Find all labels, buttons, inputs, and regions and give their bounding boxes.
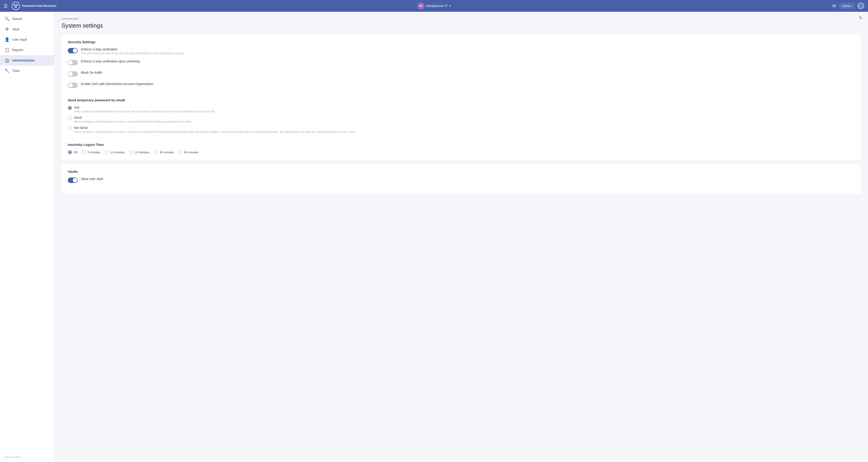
toggle-block-tor[interactable]: [68, 71, 78, 76]
inactivity-option-10min[interactable]: 10 minutes: [105, 150, 125, 154]
breadcrumb-parent[interactable]: Administration: [61, 17, 79, 20]
admin-button[interactable]: Admin: [839, 3, 855, 9]
sidebar-item-label-user-vault: User Vault: [12, 38, 27, 41]
sidebar-item-search[interactable]: 🔍 Search: [0, 13, 54, 24]
security-settings-title: Security Settings: [68, 40, 855, 44]
sidebar: 🔍 Search⚙ Vault👤 User Vault📋 Reports🏢 Ad…: [0, 12, 54, 462]
sidebar-item-label-vault: Vault: [12, 27, 19, 31]
header-left: ☰ Password Hub Business: [4, 2, 57, 10]
sidebar-item-tools[interactable]: 🔧 Tools: [0, 66, 54, 76]
inactivity-option-off[interactable]: Off: [68, 150, 77, 154]
radio-text-not-send: Not Send When creating a new Devolutions…: [74, 126, 356, 133]
toggle-enable-sso[interactable]: [68, 83, 78, 88]
tools-icon: 🔧: [4, 68, 9, 73]
app-body: 🔍 Search⚙ Vault👤 User Vault📋 Reports🏢 Ad…: [0, 12, 868, 462]
radio-label-send: Send: [74, 116, 191, 119]
temp-password-title: Send temporary password by email: [68, 98, 855, 102]
radio-desc-ask: When creating a new Devolutions Account,…: [74, 110, 215, 113]
org-name: Windjammer IT: [426, 4, 448, 8]
hamburger-icon[interactable]: ☰: [4, 3, 8, 9]
inactivity-option-15min[interactable]: 15 minutes: [129, 150, 149, 154]
inactivity-label-10min: 10 minutes: [110, 151, 125, 154]
mail-icon[interactable]: ✉: [832, 3, 836, 9]
sidebar-nav: 🔍 Search⚙ Vault👤 User Vault📋 Reports🏢 Ad…: [0, 13, 54, 452]
sidebar-item-label-tools: Tools: [12, 69, 20, 72]
inactivity-title: Inactivity Logout Time: [68, 143, 855, 147]
header: ☰ Password Hub Business WI Windjammer IT…: [0, 0, 868, 12]
vault-toggle-allow-user-vault[interactable]: [68, 178, 78, 183]
app-title: Password Hub Business: [22, 4, 57, 8]
toggle-wrap-enforce-2step-unlock: [68, 60, 78, 66]
security-settings-section: Security Settings Enforce 2-step verific…: [61, 35, 861, 160]
radio-send[interactable]: [68, 116, 72, 120]
sidebar-item-user-vault[interactable]: 👤 User Vault: [0, 34, 54, 45]
inactivity-label-15min: 15 minutes: [135, 151, 149, 154]
inactivity-label-30min: 30 minutes: [160, 151, 174, 154]
toggle-row-enforce-2step: Enforce 2-step verification This will en…: [68, 48, 855, 55]
sidebar-item-label-search: Search: [12, 17, 22, 21]
radio-inactivity-5min[interactable]: [82, 150, 86, 154]
vault-toggle-wrap-allow-user-vault: [68, 178, 78, 184]
security-toggles: Enforce 2-step verification This will en…: [68, 48, 855, 89]
reports-icon: 📋: [4, 48, 9, 53]
radio-inactivity-15min[interactable]: [129, 150, 133, 154]
toggle-text-enforce-2step: Enforce 2-step verification This will en…: [81, 48, 185, 55]
toggle-desc-enforce-2step: This will enforce all users to set the T…: [81, 52, 185, 55]
radio-row-not-send: Not Send When creating a new Devolutions…: [68, 126, 855, 133]
sidebar-item-label-reports: Reports: [12, 48, 23, 52]
toggle-row-block-tor: Block Tor traffic: [68, 71, 855, 78]
divider-2: [68, 138, 855, 138]
toggle-wrap-enforce-2step: [68, 48, 78, 54]
radio-inactivity-60min[interactable]: [178, 150, 182, 154]
sidebar-item-vault[interactable]: ⚙ Vault: [0, 24, 54, 34]
toggle-label-enforce-2step-unlock: Enforce 2-step verification upon unlocki…: [81, 59, 140, 63]
sidebar-version: 2021.2.2.1073: [0, 452, 54, 462]
radio-label-not-send: Not Send: [74, 126, 356, 130]
svg-point-0: [12, 2, 20, 10]
toggle-enforce-2step-unlock[interactable]: [68, 60, 78, 65]
toggle-text-enable-sso: Enable SSO with Devolutions Account Orga…: [81, 82, 154, 86]
app-logo-icon: [12, 2, 20, 10]
radio-desc-not-send: When creating a new Devolutions Account,…: [74, 130, 356, 133]
search-icon: 🔍: [4, 16, 9, 21]
divider-1: [68, 93, 855, 94]
toggle-enforce-2step[interactable]: [68, 48, 78, 53]
vault-toggle-label-allow-user-vault: Allow user vault: [81, 177, 103, 181]
user-avatar[interactable]: 👤: [857, 2, 864, 9]
toggle-text-block-tor: Block Tor traffic: [81, 71, 102, 74]
toggle-wrap-block-tor: [68, 71, 78, 78]
inactivity-options: Off 5 minutes 10 minutes 15 minutes 30 m…: [68, 150, 855, 154]
toggle-text-enforce-2step-unlock: Enforce 2-step verification upon unlocki…: [81, 59, 140, 63]
radio-not-send[interactable]: [68, 126, 72, 130]
radio-ask[interactable]: [68, 106, 72, 110]
radio-row-send: Send When creating a new Devolutions Acc…: [68, 116, 855, 123]
header-right: ✉ Admin 👤: [832, 2, 864, 9]
radio-row-ask: Ask When creating a new Devolutions Acco…: [68, 105, 855, 113]
radio-label-ask: Ask: [74, 105, 215, 109]
inactivity-label-5min: 5 minutes: [88, 151, 100, 154]
inactivity-option-5min[interactable]: 5 minutes: [82, 150, 100, 154]
radio-inactivity-10min[interactable]: [105, 150, 109, 154]
svg-line-6: [16, 5, 17, 7]
vault-toggle-row-allow-user-vault: Allow user vault: [68, 177, 855, 184]
inactivity-option-60min[interactable]: 60 minutes: [178, 150, 198, 154]
radio-desc-send: When creating a new Devolutions Account,…: [74, 120, 191, 123]
radio-text-ask: Ask When creating a new Devolutions Acco…: [74, 105, 215, 113]
administration-icon: 🏢: [4, 58, 9, 63]
inactivity-option-30min[interactable]: 30 minutes: [154, 150, 174, 154]
toggle-row-enforce-2step-unlock: Enforce 2-step verification upon unlocki…: [68, 59, 855, 66]
temp-password-options: Ask When creating a new Devolutions Acco…: [68, 105, 855, 133]
sidebar-item-label-administration: Administration: [12, 59, 35, 62]
vaults-title: Vaults: [68, 170, 855, 174]
refresh-button[interactable]: ↻: [859, 16, 863, 20]
radio-inactivity-off[interactable]: [68, 150, 72, 154]
sidebar-item-reports[interactable]: 📋 Reports: [0, 45, 54, 55]
vaults-section: Vaults Allow user vault: [61, 164, 861, 194]
radio-inactivity-30min[interactable]: [154, 150, 158, 154]
sidebar-item-administration[interactable]: 🏢 Administration: [0, 55, 54, 66]
toggle-row-enable-sso: Enable SSO with Devolutions Account Orga…: [68, 82, 855, 89]
user-vault-icon: 👤: [4, 37, 9, 42]
chevron-down-icon[interactable]: ▾: [450, 4, 451, 7]
header-center: WI Windjammer IT ▾: [417, 2, 451, 9]
inactivity-label-off: Off: [73, 151, 77, 154]
